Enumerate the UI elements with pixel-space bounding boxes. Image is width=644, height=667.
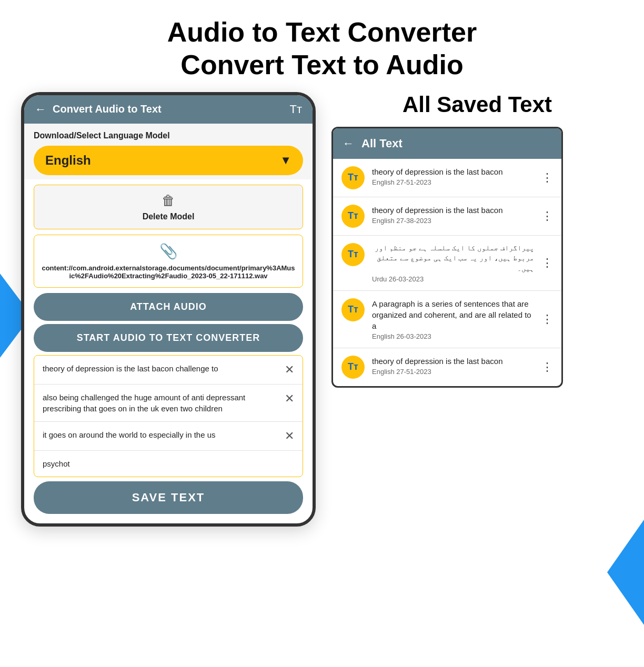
text-item-1-content: theory of depression is the last bacon c… xyxy=(43,363,279,374)
saved-item-more-0[interactable]: ⋮ xyxy=(541,171,553,185)
saved-item-2: Tт پیراگراف جملوں کا ایک سلسلہ ہے جو منظ… xyxy=(333,236,561,291)
font-size-icon[interactable]: Tт xyxy=(289,103,302,116)
language-selected: English xyxy=(45,153,91,168)
text-item-2: also being challenged the huge amount of… xyxy=(34,385,303,422)
text-output-area: theory of depression is the last bacon c… xyxy=(34,355,303,477)
all-text-header: ← All Text xyxy=(333,128,561,159)
header-line2: Convert Text to Audio xyxy=(11,48,633,81)
saved-avatar-icon-2: Tт xyxy=(348,249,358,260)
saved-text-meta-4: English 27-51-2023 xyxy=(372,368,534,376)
saved-text-main-4: theory of depression is the last bacon xyxy=(372,356,534,367)
phone-mockup: ← Convert Audio to Text Tт Download/Sele… xyxy=(21,92,316,527)
saved-avatar-1: Tт xyxy=(341,205,365,228)
saved-item-3: Tт A paragraph is a series of sentences … xyxy=(333,291,561,348)
language-dropdown[interactable]: English ▼ xyxy=(34,146,303,175)
saved-avatar-icon-0: Tт xyxy=(348,172,358,183)
saved-text-meta-1: English 27-38-2023 xyxy=(372,217,534,225)
text-item-1: theory of depression is the last bacon c… xyxy=(34,356,303,385)
save-text-button[interactable]: SAVE TEXT xyxy=(34,481,303,514)
saved-text-meta-3: English 26-03-2023 xyxy=(372,332,534,340)
saved-avatar-2: Tт xyxy=(341,243,365,266)
language-label: Download/Select Language Model xyxy=(34,131,303,140)
text-item-4: psychot xyxy=(34,451,303,477)
text-item-3-content: it goes on around the world to especiall… xyxy=(43,429,279,440)
saved-text-main-1: theory of depression is the last bacon xyxy=(372,205,534,216)
saved-text-meta-0: English 27-51-2023 xyxy=(372,178,534,186)
phone-title: Convert Audio to Text xyxy=(53,103,162,115)
saved-item-0: Tт theory of depression is the last baco… xyxy=(333,159,561,197)
saved-item-more-3[interactable]: ⋮ xyxy=(541,312,553,326)
back-icon[interactable]: ← xyxy=(35,103,46,116)
saved-avatar-icon-4: Tт xyxy=(348,361,358,372)
text-item-4-content: psychot xyxy=(43,458,294,469)
delete-model-section[interactable]: 🗑 Delete Model xyxy=(34,185,303,229)
header-line1: Audio to Text Converter xyxy=(11,16,633,48)
saved-avatar-icon-1: Tт xyxy=(348,210,358,221)
saved-text-main-2: پیراگراف جملوں کا ایک سلسلہ ہے جو منظم ا… xyxy=(372,243,534,274)
saved-text-block-2: پیراگراف جملوں کا ایک سلسلہ ہے جو منظم ا… xyxy=(372,243,534,283)
saved-avatar-3: Tт xyxy=(341,298,365,321)
text-item-2-close[interactable]: ✕ xyxy=(285,392,294,406)
main-content: ← Convert Audio to Text Tт Download/Sele… xyxy=(0,92,644,527)
delete-icon: 🗑 xyxy=(162,193,175,209)
attach-audio-button[interactable]: ATTACH AUDIO xyxy=(34,293,303,321)
page-header: Audio to Text Converter Convert Text to … xyxy=(0,0,644,92)
saved-text-block-1: theory of depression is the last bacon E… xyxy=(372,205,534,225)
file-path: content://com.android.externalstorage.do… xyxy=(42,264,295,280)
saved-text-meta-2: Urdu 26-03-2023 xyxy=(372,275,534,283)
language-section: Download/Select Language Model English ▼ xyxy=(24,124,313,179)
text-item-1-close[interactable]: ✕ xyxy=(285,363,294,377)
all-text-mockup: ← All Text Tт theory of depression is th… xyxy=(331,127,563,388)
all-text-header-title: All Text xyxy=(361,137,402,150)
saved-text-block-0: theory of depression is the last bacon E… xyxy=(372,166,534,186)
saved-text-main-3: A paragraph is a series of sentences tha… xyxy=(372,298,534,331)
saved-text-block-3: A paragraph is a series of sentences tha… xyxy=(372,298,534,340)
saved-text-main-0: theory of depression is the last bacon xyxy=(372,166,534,177)
file-section: 📎 content://com.android.externalstorage.… xyxy=(34,235,303,288)
delete-model-label: Delete Model xyxy=(143,212,195,221)
saved-item-more-1[interactable]: ⋮ xyxy=(541,209,553,223)
saved-item-more-4[interactable]: ⋮ xyxy=(541,360,553,374)
text-item-3: it goes on around the world to especiall… xyxy=(34,422,303,451)
paperclip-icon: 📎 xyxy=(159,242,178,260)
saved-item-1: Tт theory of depression is the last baco… xyxy=(333,197,561,236)
all-text-back-icon[interactable]: ← xyxy=(343,137,354,150)
phone-header-left: ← Convert Audio to Text xyxy=(35,103,162,116)
saved-avatar-icon-3: Tт xyxy=(348,304,358,315)
blue-triangle-right-bottom xyxy=(607,520,644,625)
saved-item-4: Tт theory of depression is the last baco… xyxy=(333,348,561,386)
text-item-3-close[interactable]: ✕ xyxy=(285,429,294,443)
text-item-2-content: also being challenged the huge amount of… xyxy=(43,392,279,414)
saved-avatar-0: Tт xyxy=(341,166,365,189)
all-saved-title: All Saved Text xyxy=(331,92,623,117)
saved-avatar-4: Tт xyxy=(341,356,365,379)
phone-header: ← Convert Audio to Text Tт xyxy=(24,95,313,124)
right-panel: All Saved Text ← All Text Tт theory of d… xyxy=(316,92,623,388)
start-converter-button[interactable]: START AUDIO TO TEXT CONVERTER xyxy=(34,324,303,352)
saved-text-block-4: theory of depression is the last bacon E… xyxy=(372,356,534,376)
dropdown-arrow-icon: ▼ xyxy=(280,154,291,167)
saved-item-more-2[interactable]: ⋮ xyxy=(541,256,553,270)
